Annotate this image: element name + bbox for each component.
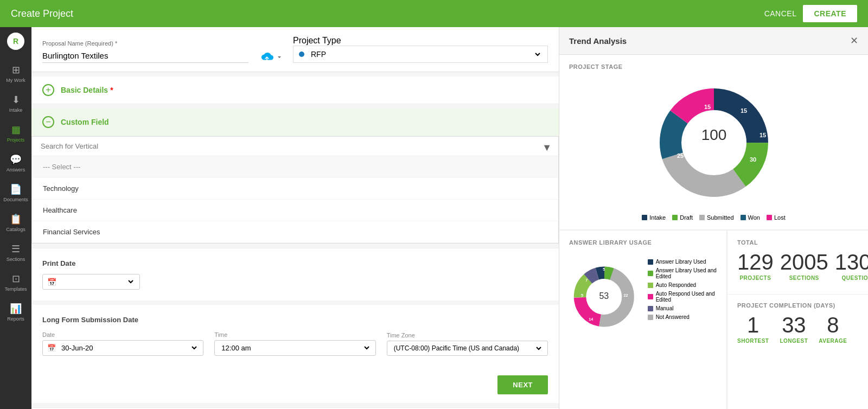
longest-label: LONGEST [780, 338, 808, 344]
svg-text:53: 53 [599, 291, 609, 301]
form-header: Proposal Name (Required) * Project Type [31, 27, 559, 72]
cancel-button[interactable]: CANCEL [764, 9, 797, 18]
templates-icon: ⊡ [12, 273, 20, 285]
time-field: Time 12:00 am [214, 331, 375, 356]
svg-text:5: 5 [603, 267, 605, 272]
project-type-field: Project Type RFP RFI [293, 36, 548, 63]
print-date-heading: Print Date [42, 259, 548, 267]
logo: R [7, 33, 24, 50]
vertical-select-placeholder[interactable]: --- Select --- [32, 156, 558, 178]
timezone-label: Time Zone [387, 332, 548, 338]
vertical-dropdown: ▼ --- Select --- Technology Healthcare F… [31, 136, 559, 244]
custom-field-icon: − [42, 116, 54, 128]
shortest-stat: 1 SHORTEST [737, 314, 769, 344]
svg-text:14: 14 [589, 317, 593, 322]
time-input-wrap: 12:00 am [214, 340, 375, 356]
sidebar-item-intake[interactable]: ⬇ Intake [0, 88, 31, 118]
basic-details-title: Basic Details* [61, 86, 113, 94]
shortest-number: 1 [747, 314, 759, 336]
print-date-select[interactable] [60, 277, 135, 286]
trend-panel: Trend Analysis ✕ PROJECT STAGE [559, 27, 868, 409]
vertical-option-healthcare[interactable]: Healthcare [32, 200, 558, 221]
rfp-dot [299, 52, 304, 57]
catalogs-icon: 📋 [10, 213, 22, 225]
total-projects-stat: 129 PROJECTS [737, 251, 774, 281]
total-sections-stat: 2005 SECTIONS [780, 251, 828, 281]
form-panel: Proposal Name (Required) * Project Type [31, 27, 559, 409]
date-input-wrap: 📅 30-Jun-20 [42, 340, 203, 356]
next-button-wrap: NEXT [31, 367, 559, 403]
total-questions-label: QUESTIONS [842, 275, 868, 281]
custom-field-header[interactable]: − Custom Field [31, 108, 559, 136]
sidebar-item-reports[interactable]: 📊 Reports [0, 297, 31, 327]
trend-header: Trend Analysis ✕ [559, 27, 868, 55]
documents-icon: 📄 [10, 183, 22, 195]
vertical-option-technology[interactable]: Technology [32, 178, 558, 200]
sidebar-item-templates[interactable]: ⊡ Templates [0, 267, 31, 297]
proposal-input[interactable] [42, 49, 248, 63]
svg-text:30: 30 [749, 156, 756, 163]
date-select[interactable]: 30-Jun-20 [59, 343, 199, 353]
project-stage-section: PROJECT STAGE [559, 55, 868, 230]
svg-text:15: 15 [704, 104, 710, 110]
svg-text:25: 25 [676, 152, 683, 159]
project-type-select[interactable]: RFP RFI [309, 49, 542, 59]
page-title: Create Project [11, 8, 73, 20]
sections-icon: ☰ [11, 243, 20, 255]
sidebar-item-sections[interactable]: ☰ Sections [0, 238, 31, 267]
sidebar-item-documents[interactable]: 📄 Documents [0, 178, 31, 208]
custom-field-title: Custom Field [61, 118, 109, 126]
next-button[interactable]: NEXT [497, 375, 548, 394]
answers-icon: 💬 [10, 154, 22, 165]
projects-icon: ▦ [11, 124, 21, 136]
total-and-completion: TOTAL 129 PROJECTS 2005 SECTIONS [727, 231, 868, 409]
shortest-label: SHORTEST [737, 338, 769, 344]
donut-legend: Intake Draft Submitted Won Lost [642, 214, 786, 221]
vertical-search-input[interactable] [41, 142, 550, 150]
total-questions-stat: 1300 QUESTIONS [835, 251, 868, 281]
longest-stat: 33 LONGEST [780, 314, 808, 344]
project-stage-label: PROJECT STAGE [569, 63, 858, 70]
create-button[interactable]: CREATE [803, 5, 857, 22]
calendar-icon: 📅 [47, 278, 56, 286]
answer-library-label: ANSWER LIBRARY USAGE [569, 239, 717, 246]
long-form-heading: Long Form Submission Date [42, 316, 548, 324]
svg-text:22: 22 [624, 293, 628, 298]
sidebar-item-catalogs[interactable]: 📋 Catalogs [0, 208, 31, 238]
basic-details-header[interactable]: + Basic Details* [31, 76, 559, 104]
total-sections-label: SECTIONS [789, 275, 819, 281]
print-date-input[interactable]: 📅 [42, 274, 140, 290]
trend-close-button[interactable]: ✕ [850, 35, 858, 47]
average-stat: 8 AVERAGE [819, 314, 847, 344]
dropdown-close-button[interactable]: ▼ [542, 142, 552, 154]
vertical-option-financial[interactable]: Financial Services [32, 221, 558, 243]
bottom-panels: ANSWER LIBRARY USAGE [559, 230, 868, 409]
sidebar-item-mywork[interactable]: ⊞ My Work [0, 59, 31, 88]
total-projects-label: PROJECTS [739, 275, 771, 281]
total-sections-number: 2005 [780, 251, 828, 273]
cloud-upload-button[interactable] [259, 51, 282, 63]
answer-legend: Answer Library Used Answer Library Used … [648, 259, 717, 320]
mywork-icon: ⊞ [12, 64, 20, 76]
time-select[interactable]: 12:00 am [219, 343, 371, 353]
long-form-section: Long Form Submission Date Date 📅 30-Jun-… [31, 305, 559, 367]
answer-library-donut: 53 22 5 5 14 7 [569, 253, 639, 340]
timezone-select[interactable]: (UTC-08:00) Pacific Time (US and Canada) [392, 344, 543, 353]
time-label: Time [214, 331, 375, 338]
sidebar-item-projects[interactable]: ▦ Projects [0, 118, 31, 148]
total-questions-number: 1300 [835, 251, 868, 273]
svg-text:5: 5 [581, 293, 583, 298]
sidebar-item-answers[interactable]: 💬 Answers [0, 148, 31, 178]
trend-title: Trend Analysis [569, 36, 627, 46]
print-date-section: Print Date 📅 [31, 248, 559, 301]
svg-text:15: 15 [740, 107, 746, 114]
total-numbers: 129 PROJECTS 2005 SECTIONS 1300 QUESTION… [737, 251, 859, 281]
svg-text:7: 7 [585, 278, 588, 283]
completion-numbers: 1 SHORTEST 33 LONGEST 8 AVERAGE [737, 314, 858, 344]
basic-details-section: + Basic Details* [31, 76, 559, 104]
sidebar: R ⊞ My Work ⬇ Intake ▦ Projects 💬 Answer… [0, 27, 31, 409]
total-section: TOTAL 129 PROJECTS 2005 SECTIONS [727, 231, 868, 294]
average-number: 8 [827, 314, 839, 336]
date-label: Date [42, 331, 203, 338]
date-cal-icon: 📅 [47, 344, 56, 352]
